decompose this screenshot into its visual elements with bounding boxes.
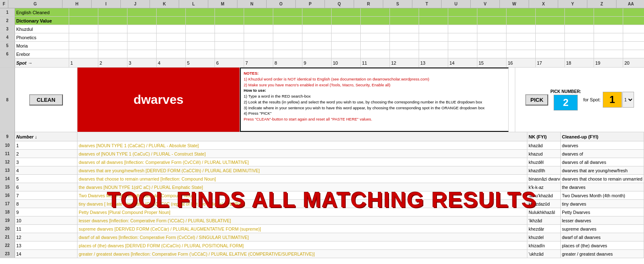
cell-h6 (69, 50, 98, 58)
nk-value: khazdîth (527, 166, 561, 174)
spot-17: 17 (536, 58, 565, 67)
result-num: 13 (15, 241, 77, 249)
cell-aa1 (623, 8, 644, 16)
pick-button[interactable]: PICK (525, 94, 548, 106)
nk-value: khuzdazûd (527, 200, 561, 208)
clean-button[interactable]: CLEAN (29, 94, 63, 106)
spot-dropdown[interactable]: 123 (622, 92, 634, 108)
cell-k3 (157, 25, 186, 33)
cleaned-value: dwarves of all dwarves (561, 158, 644, 166)
cell-p1 (302, 8, 332, 16)
cleaned-value: tiny dwarves (561, 200, 644, 208)
cell-g6: Erebor (15, 50, 69, 58)
nk-value: 'afnu'khazâd (527, 191, 561, 199)
row-num: 10 (0, 141, 15, 149)
row-num: 12 (0, 158, 15, 166)
result-num: 4 (15, 166, 77, 174)
col-header-l: L (179, 0, 208, 8)
spot-7: 7 (244, 58, 273, 67)
table-row: 19 10 lesser dwarves [Inflection: Comper… (0, 216, 644, 225)
row-num: 17 (0, 200, 15, 208)
data-area: TOOL FINDS ALL MATCHING RESULTS 10 1 dwa… (0, 141, 644, 258)
row-8: 8 CLEAN dwarves NOTES: 1) Khuzdul word o… (0, 68, 644, 132)
row-1: 1 English Cleaned (0, 8, 644, 17)
spot-10: 10 (332, 58, 361, 67)
cell-m5 (215, 42, 244, 50)
result-text: dwarves of all dwarves [Inflection: Comp… (77, 158, 527, 166)
spot-18: 18 (565, 58, 594, 67)
cell-m2 (215, 17, 244, 25)
result-num: 5 (15, 175, 77, 183)
result-text: places of (the) dwarves [DERIVED FORM (C… (77, 241, 527, 249)
cell-y1 (565, 8, 594, 16)
cell-v4 (477, 33, 507, 41)
pick-number-box[interactable]: 2 (554, 95, 578, 111)
spot-6: 6 (215, 58, 244, 67)
result-num: 14 (15, 250, 77, 258)
cell-aa3 (623, 25, 644, 33)
cleaned-value: greater / greatest dwarves (561, 250, 644, 258)
cell-s3 (390, 25, 419, 33)
notes-step4: 4) Press "PICK" (244, 111, 505, 116)
spot-11: 11 (361, 58, 390, 67)
pick-number-label: PICK NUMBER: (550, 89, 581, 94)
col-header-p: P (296, 0, 325, 8)
cell-v5 (477, 42, 507, 50)
spot-19: 19 (594, 58, 623, 67)
spot-9: 9 (302, 58, 332, 67)
col-header-r: R (354, 0, 383, 8)
spot-8: 8 (273, 58, 302, 67)
notes-step2: 2) Look at the results (in yellow) and s… (244, 99, 505, 105)
row-num-3: 3 (0, 25, 15, 33)
cell-s1 (390, 8, 419, 16)
spot-2: 2 (98, 58, 127, 67)
cell-q6 (332, 50, 361, 58)
row-5: 5 Moria (0, 42, 644, 50)
cell-o2 (273, 17, 302, 25)
cleaned-header: Cleaned-up (FYI) (561, 132, 644, 141)
search-box[interactable]: dwarves (77, 68, 240, 132)
cell-t1 (419, 8, 448, 16)
cell-v1 (477, 8, 507, 16)
nk-value: k'k-k-az (527, 183, 561, 191)
result-text: dwarf of all dwarves [Inflection: Comper… (77, 233, 527, 241)
cell-n3 (244, 25, 273, 33)
cell-g5: Moria (15, 42, 69, 50)
col-header-y: Y (558, 0, 587, 8)
cell-i6 (98, 50, 127, 58)
cell-h1 (69, 8, 98, 16)
cleaned-value: dwarves of (561, 150, 644, 158)
result-text: tiny dwarves [ Intimate Diminutive (CuCC… (77, 200, 527, 208)
result-num: 11 (15, 225, 77, 233)
data-rows: 10 1 dwarves [NOUN TYPE 1 (CaCàC) / PLUR… (0, 141, 644, 258)
row-3: 3 Khuzdul (0, 25, 644, 33)
cell-p2 (302, 17, 332, 25)
cell-p6 (302, 50, 332, 58)
cell-g1: English Cleaned (15, 8, 69, 16)
cleaned-value: dwarves (561, 141, 644, 149)
table-row: 11 2 dwarves of [NOUN TYPE 1 (CaCuC) / P… (0, 150, 644, 158)
cell-t6 (419, 50, 448, 58)
cell-g3: Khuzdul (15, 25, 69, 33)
cell-n1 (244, 8, 273, 16)
result-num: 6 (15, 183, 77, 191)
spot-14: 14 (448, 58, 477, 67)
nk-value: 'ukhzâd (527, 250, 561, 258)
spot-value-box[interactable]: 1 (603, 92, 622, 108)
cell-n4 (244, 33, 273, 41)
cell-y3 (565, 25, 594, 33)
col-header-x: X (529, 0, 558, 8)
cell-t4 (419, 33, 448, 41)
cell-z5 (594, 42, 623, 50)
table-row: 21 12 dwarf of all dwarves [Inflection: … (0, 233, 644, 241)
cell-t5 (419, 42, 448, 50)
row-num: 13 (0, 166, 15, 174)
cell-y5 (565, 42, 594, 50)
cell-w1 (507, 8, 536, 16)
cell-k2 (157, 17, 186, 25)
nk-value: khuzdel (527, 233, 561, 241)
cell-x4 (536, 33, 565, 41)
cell-l4 (186, 33, 215, 41)
cell-l6 (186, 50, 215, 58)
cell-s4 (390, 33, 419, 41)
